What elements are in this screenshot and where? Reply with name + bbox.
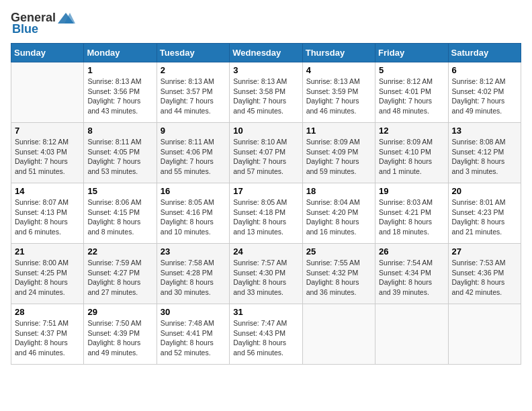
day-number: 25 bbox=[306, 246, 371, 257]
day-info: Sunrise: 8:05 AMSunset: 4:16 PMDaylight:… bbox=[161, 197, 226, 237]
calendar-cell: 11Sunrise: 8:09 AMSunset: 4:09 PMDayligh… bbox=[302, 123, 375, 183]
weekday-header-thursday: Thursday bbox=[302, 44, 375, 62]
day-info: Sunrise: 8:13 AMSunset: 3:56 PMDaylight:… bbox=[87, 77, 152, 116]
day-number: 16 bbox=[161, 186, 226, 196]
day-number: 26 bbox=[379, 246, 444, 257]
calendar-cell: 26Sunrise: 7:54 AMSunset: 4:34 PMDayligh… bbox=[375, 244, 448, 304]
calendar-cell: 7Sunrise: 8:12 AMSunset: 4:03 PMDaylight… bbox=[11, 123, 84, 183]
day-info: Sunrise: 8:09 AMSunset: 4:10 PMDaylight:… bbox=[379, 137, 444, 177]
calendar-cell: 19Sunrise: 8:03 AMSunset: 4:21 PMDayligh… bbox=[375, 183, 448, 244]
day-number: 21 bbox=[15, 246, 80, 257]
day-number: 27 bbox=[452, 246, 517, 257]
day-number: 3 bbox=[233, 65, 298, 75]
calendar-cell: 5Sunrise: 8:12 AMSunset: 4:01 PMDaylight… bbox=[375, 62, 448, 123]
day-number: 19 bbox=[379, 186, 444, 196]
day-number: 29 bbox=[87, 307, 152, 317]
day-number: 24 bbox=[233, 246, 298, 257]
calendar-cell: 14Sunrise: 8:07 AMSunset: 4:13 PMDayligh… bbox=[11, 183, 84, 244]
calendar-cell: 13Sunrise: 8:08 AMSunset: 4:12 PMDayligh… bbox=[448, 123, 521, 183]
calendar-week-row: 14Sunrise: 8:07 AMSunset: 4:13 PMDayligh… bbox=[11, 183, 521, 244]
day-info: Sunrise: 8:12 AMSunset: 4:03 PMDaylight:… bbox=[15, 137, 80, 177]
calendar-cell: 31Sunrise: 7:47 AMSunset: 4:43 PMDayligh… bbox=[230, 304, 302, 365]
calendar-cell: 20Sunrise: 8:01 AMSunset: 4:23 PMDayligh… bbox=[448, 183, 521, 244]
day-info: Sunrise: 7:53 AMSunset: 4:36 PMDaylight:… bbox=[452, 258, 517, 298]
calendar-cell: 15Sunrise: 8:06 AMSunset: 4:15 PMDayligh… bbox=[84, 183, 157, 244]
day-info: Sunrise: 8:13 AMSunset: 3:59 PMDaylight:… bbox=[306, 77, 371, 116]
calendar-cell bbox=[448, 304, 521, 365]
calendar-cell: 21Sunrise: 8:00 AMSunset: 4:25 PMDayligh… bbox=[11, 244, 84, 304]
day-info: Sunrise: 7:51 AMSunset: 4:37 PMDaylight:… bbox=[15, 318, 80, 358]
calendar-table: SundayMondayTuesdayWednesdayThursdayFrid… bbox=[11, 43, 521, 365]
weekday-header-monday: Monday bbox=[84, 44, 157, 62]
logo-icon bbox=[56, 11, 75, 25]
day-number: 22 bbox=[87, 246, 152, 257]
day-info: Sunrise: 8:12 AMSunset: 4:02 PMDaylight:… bbox=[452, 77, 517, 116]
calendar-week-row: 28Sunrise: 7:51 AMSunset: 4:37 PMDayligh… bbox=[11, 304, 521, 365]
weekday-header-sunday: Sunday bbox=[11, 44, 84, 62]
day-info: Sunrise: 8:06 AMSunset: 4:15 PMDaylight:… bbox=[87, 197, 152, 237]
day-info: Sunrise: 7:58 AMSunset: 4:28 PMDaylight:… bbox=[161, 258, 226, 298]
calendar-cell: 18Sunrise: 8:04 AMSunset: 4:20 PMDayligh… bbox=[302, 183, 375, 244]
day-info: Sunrise: 8:11 AMSunset: 4:05 PMDaylight:… bbox=[87, 137, 152, 177]
day-number: 17 bbox=[233, 186, 298, 196]
day-number: 28 bbox=[15, 307, 80, 317]
day-info: Sunrise: 8:08 AMSunset: 4:12 PMDaylight:… bbox=[452, 137, 517, 177]
calendar-cell: 17Sunrise: 8:05 AMSunset: 4:18 PMDayligh… bbox=[230, 183, 302, 244]
calendar-cell bbox=[11, 62, 84, 123]
calendar-cell: 22Sunrise: 7:59 AMSunset: 4:27 PMDayligh… bbox=[84, 244, 157, 304]
calendar-week-row: 1Sunrise: 8:13 AMSunset: 3:56 PMDaylight… bbox=[11, 62, 521, 123]
day-info: Sunrise: 8:13 AMSunset: 3:57 PMDaylight:… bbox=[161, 77, 226, 116]
page-header: General Blue bbox=[11, 11, 521, 36]
logo-blue-text: Blue bbox=[12, 22, 38, 36]
day-number: 4 bbox=[306, 65, 371, 75]
day-info: Sunrise: 8:03 AMSunset: 4:21 PMDaylight:… bbox=[379, 197, 444, 237]
day-number: 18 bbox=[306, 186, 371, 196]
day-number: 7 bbox=[15, 126, 80, 136]
calendar-cell: 24Sunrise: 7:57 AMSunset: 4:30 PMDayligh… bbox=[230, 244, 302, 304]
day-info: Sunrise: 8:12 AMSunset: 4:01 PMDaylight:… bbox=[379, 77, 444, 116]
calendar-header-row: SundayMondayTuesdayWednesdayThursdayFrid… bbox=[11, 44, 521, 62]
calendar-cell bbox=[302, 304, 375, 365]
day-info: Sunrise: 8:05 AMSunset: 4:18 PMDaylight:… bbox=[233, 197, 298, 237]
day-number: 2 bbox=[161, 65, 226, 75]
calendar-week-row: 21Sunrise: 8:00 AMSunset: 4:25 PMDayligh… bbox=[11, 244, 521, 304]
day-number: 30 bbox=[161, 307, 226, 317]
day-number: 13 bbox=[452, 126, 517, 136]
day-info: Sunrise: 7:50 AMSunset: 4:39 PMDaylight:… bbox=[87, 318, 152, 358]
calendar-cell: 9Sunrise: 8:11 AMSunset: 4:06 PMDaylight… bbox=[157, 123, 229, 183]
day-info: Sunrise: 7:57 AMSunset: 4:30 PMDaylight:… bbox=[233, 258, 298, 298]
calendar-cell: 27Sunrise: 7:53 AMSunset: 4:36 PMDayligh… bbox=[448, 244, 521, 304]
day-number: 10 bbox=[233, 126, 298, 136]
calendar-cell: 4Sunrise: 8:13 AMSunset: 3:59 PMDaylight… bbox=[302, 62, 375, 123]
calendar-cell: 3Sunrise: 8:13 AMSunset: 3:58 PMDaylight… bbox=[230, 62, 302, 123]
calendar-cell: 16Sunrise: 8:05 AMSunset: 4:16 PMDayligh… bbox=[157, 183, 229, 244]
day-info: Sunrise: 8:01 AMSunset: 4:23 PMDaylight:… bbox=[452, 197, 517, 237]
day-info: Sunrise: 7:55 AMSunset: 4:32 PMDaylight:… bbox=[306, 258, 371, 298]
weekday-header-tuesday: Tuesday bbox=[157, 44, 229, 62]
calendar-cell: 8Sunrise: 8:11 AMSunset: 4:05 PMDaylight… bbox=[84, 123, 157, 183]
calendar-cell: 23Sunrise: 7:58 AMSunset: 4:28 PMDayligh… bbox=[157, 244, 229, 304]
calendar-cell: 28Sunrise: 7:51 AMSunset: 4:37 PMDayligh… bbox=[11, 304, 84, 365]
day-info: Sunrise: 7:54 AMSunset: 4:34 PMDaylight:… bbox=[379, 258, 444, 298]
weekday-header-saturday: Saturday bbox=[448, 44, 521, 62]
day-number: 15 bbox=[87, 186, 152, 196]
calendar-cell: 1Sunrise: 8:13 AMSunset: 3:56 PMDaylight… bbox=[84, 62, 157, 123]
day-number: 6 bbox=[452, 65, 517, 75]
day-number: 8 bbox=[87, 126, 152, 136]
calendar-cell: 6Sunrise: 8:12 AMSunset: 4:02 PMDaylight… bbox=[448, 62, 521, 123]
day-info: Sunrise: 8:09 AMSunset: 4:09 PMDaylight:… bbox=[306, 137, 371, 177]
day-info: Sunrise: 8:13 AMSunset: 3:58 PMDaylight:… bbox=[233, 77, 298, 116]
day-info: Sunrise: 8:00 AMSunset: 4:25 PMDaylight:… bbox=[15, 258, 80, 298]
weekday-header-wednesday: Wednesday bbox=[230, 44, 302, 62]
day-number: 12 bbox=[379, 126, 444, 136]
day-number: 11 bbox=[306, 126, 371, 136]
day-number: 9 bbox=[161, 126, 226, 136]
day-number: 20 bbox=[452, 186, 517, 196]
day-info: Sunrise: 7:48 AMSunset: 4:41 PMDaylight:… bbox=[161, 318, 226, 358]
day-info: Sunrise: 8:10 AMSunset: 4:07 PMDaylight:… bbox=[233, 137, 298, 177]
day-info: Sunrise: 8:04 AMSunset: 4:20 PMDaylight:… bbox=[306, 197, 371, 237]
day-number: 5 bbox=[379, 65, 444, 75]
weekday-header-friday: Friday bbox=[375, 44, 448, 62]
calendar-cell: 2Sunrise: 8:13 AMSunset: 3:57 PMDaylight… bbox=[157, 62, 229, 123]
calendar-cell: 10Sunrise: 8:10 AMSunset: 4:07 PMDayligh… bbox=[230, 123, 302, 183]
